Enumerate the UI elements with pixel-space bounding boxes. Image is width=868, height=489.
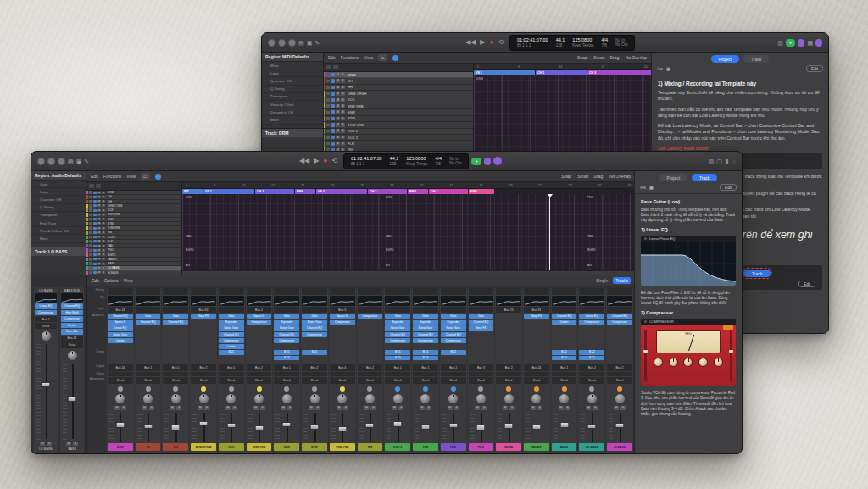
mixer-view-tracks[interactable]: Tracks — [613, 277, 631, 284]
fx-plugin-button[interactable]: Channel EQ — [552, 314, 577, 319]
view-menu[interactable]: View — [126, 174, 136, 179]
channel-setting-button[interactable] — [579, 288, 604, 295]
track-row[interactable]: MSSNR VRB — [324, 103, 473, 109]
zoom-button[interactable] — [58, 158, 65, 165]
mute-button[interactable]: M — [336, 86, 340, 90]
record-enable-button[interactable] — [331, 136, 335, 140]
solo-button[interactable]: S — [102, 245, 105, 247]
send-button[interactable]: B 24 — [413, 356, 438, 361]
mute-button[interactable]: M — [142, 406, 147, 410]
inspector-row[interactable]: Loop — [262, 69, 323, 77]
edit-notes-button[interactable]: Edit — [720, 184, 737, 191]
output-slot[interactable]: Bus 2 — [35, 316, 57, 322]
send-button[interactable]: B 24 — [552, 356, 577, 361]
solo-button[interactable]: S — [341, 86, 345, 90]
automation-mode-button[interactable]: Read — [136, 377, 161, 384]
record-enable-button[interactable] — [93, 263, 97, 265]
snap-menu[interactable]: Smart — [577, 174, 588, 179]
output-slot[interactable]: Bus 2 — [358, 364, 383, 371]
fader-cap[interactable] — [171, 425, 181, 431]
channel-setting-button[interactable] — [385, 288, 410, 295]
fx-plugin-button[interactable]: Noise Gate — [274, 325, 299, 331]
inspector-row[interactable]: Q-Swing — [262, 86, 323, 93]
output-slot[interactable]: Bus 1 — [219, 364, 244, 371]
channel-setting-button[interactable] — [524, 288, 549, 295]
channel-setting-button[interactable] — [219, 288, 244, 295]
fx-plugin-button[interactable]: Gate — [274, 314, 299, 319]
volume-fader[interactable] — [108, 412, 133, 442]
eq-thumbnail[interactable] — [469, 296, 494, 306]
automation-mode-button[interactable]: Read — [607, 377, 632, 384]
mute-button[interactable]: M — [586, 406, 591, 410]
output-slot[interactable]: Bus 2 — [607, 364, 632, 371]
master-button[interactable] — [493, 157, 502, 165]
bar-ruler[interactable]: 591317212529333741454953576165 — [182, 182, 635, 189]
solo-button[interactable]: S — [102, 253, 105, 256]
group-slot[interactable] — [330, 372, 355, 376]
fx-plugin-button[interactable]: Channel EQ — [108, 314, 133, 319]
mute-button[interactable]: M — [475, 406, 480, 410]
automation-mode-button[interactable]: Read — [191, 377, 216, 384]
add-track-button[interactable]: + — [471, 158, 481, 165]
input-slot[interactable]: Bus 3 — [330, 307, 355, 313]
mute-button[interactable]: M — [225, 406, 231, 410]
fader-cap[interactable] — [393, 421, 403, 427]
tool-menu[interactable]: ▭ — [378, 54, 387, 61]
group-slot[interactable] — [413, 372, 438, 376]
mute-button[interactable]: M — [337, 406, 342, 410]
rewind-button[interactable]: ◀◀ — [299, 158, 309, 164]
rewind-button[interactable]: ◀◀ — [465, 39, 476, 46]
fx-plugin-button[interactable]: Channel EQ — [385, 332, 410, 337]
fx-plugin-button[interactable]: Channel EQ — [136, 320, 161, 325]
pan-knob[interactable] — [42, 331, 51, 341]
solo-button[interactable]: S — [341, 98, 345, 103]
fader-cap[interactable] — [115, 422, 125, 428]
fader-cap[interactable] — [615, 423, 625, 429]
fx-plugin-button[interactable]: Channel EQ — [413, 332, 438, 337]
inspector-row[interactable]: Quantize: Off — [262, 77, 323, 85]
record-button[interactable]: ● — [489, 39, 493, 46]
mute-button[interactable]: M — [531, 406, 536, 410]
record-enable-button[interactable] — [331, 104, 335, 108]
input-slot[interactable] — [136, 307, 161, 313]
pan-knob[interactable] — [420, 394, 430, 403]
send-button[interactable]: B 21 — [274, 350, 299, 355]
record-enable-button[interactable] — [93, 249, 97, 252]
solo-button[interactable]: S — [149, 406, 154, 410]
pan-knob[interactable] — [365, 394, 375, 403]
fader-cap[interactable] — [559, 422, 569, 428]
pan-knob[interactable] — [143, 394, 153, 403]
eq-thumbnail[interactable] — [330, 296, 355, 306]
playhead[interactable] — [549, 194, 550, 270]
library-toggle-icon[interactable]: ▤ — [68, 158, 74, 164]
mute-button[interactable]: M — [97, 245, 101, 247]
eq-thumbnail[interactable] — [441, 296, 466, 306]
send-button[interactable]: B 24 — [579, 356, 604, 361]
solo-button[interactable]: S — [341, 73, 345, 77]
mute-button[interactable]: M — [281, 406, 286, 410]
solo-button[interactable]: S — [121, 406, 126, 410]
record-enable-button[interactable] — [93, 227, 97, 230]
send-button[interactable]: B 22 — [552, 350, 577, 355]
download-icon[interactable]: ⬇ — [725, 158, 730, 164]
eq-thumbnail[interactable] — [385, 296, 410, 306]
mute-button[interactable]: M — [448, 406, 453, 410]
fx-plugin-button[interactable]: Compressor — [61, 316, 83, 322]
fader-cap[interactable] — [504, 423, 514, 429]
mute-button[interactable]: M — [364, 406, 369, 410]
automation-mode-button[interactable]: Read — [61, 342, 83, 348]
input-slot[interactable] — [274, 307, 299, 313]
fx-plugin-button[interactable]: Channel EQ — [274, 332, 299, 337]
track-row[interactable]: MSHH — [324, 85, 473, 91]
solo-button[interactable]: S — [102, 240, 105, 242]
fx-plugin-button[interactable]: Gate — [413, 314, 438, 319]
track-inspector-header[interactable]: Track: LO BASS — [31, 247, 86, 256]
output-slot[interactable]: Bus 1 — [552, 364, 577, 371]
fader-cap[interactable] — [531, 425, 541, 431]
text-style-icon[interactable]: Aa — [657, 66, 663, 71]
group-slot[interactable] — [441, 372, 466, 376]
mute-button[interactable]: M — [97, 227, 101, 230]
fx-plugin-button[interactable]: Channel EQ — [61, 303, 83, 309]
solo-button[interactable]: S — [481, 406, 487, 410]
pan-knob[interactable] — [68, 351, 77, 360]
